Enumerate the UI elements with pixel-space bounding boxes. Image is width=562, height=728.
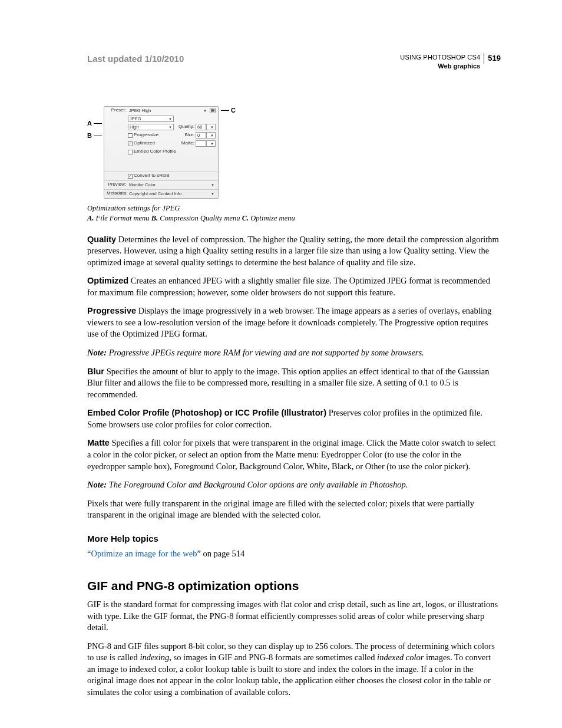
- callout-a: A: [87, 120, 92, 127]
- term-quality: Quality: [87, 235, 116, 244]
- note-matte: Note: The Foreground Color and Backgroun…: [87, 479, 501, 491]
- more-help-link-line: “Optimize an image for the web” on page …: [87, 548, 501, 560]
- compression-quality-dropdown[interactable]: High ▼: [128, 124, 174, 130]
- chevron-down-icon: ▼: [210, 133, 214, 138]
- term-optimized: Optimized: [87, 276, 128, 285]
- last-updated: Last updated 1/10/2010: [87, 53, 184, 65]
- header-right: USING PHOTOSHOP CS4 Web graphics 519: [400, 53, 501, 71]
- quality-label: Quality:: [178, 124, 194, 130]
- chevron-down-icon: ▼: [210, 125, 214, 130]
- more-help-heading: More Help topics: [87, 533, 501, 545]
- heading-gif-png8: GIF and PNG-8 optimization options: [87, 578, 501, 594]
- figure: A B Preset: JPEG High ▼ JPEG ▼: [87, 106, 501, 223]
- preview-dropdown[interactable]: Monitor Color▼: [128, 182, 216, 188]
- preset-dropdown[interactable]: JPEG High ▼: [128, 107, 208, 114]
- blur-field[interactable]: 0: [196, 132, 206, 139]
- preview-label: Preview:: [107, 182, 128, 188]
- chevron-down-icon: ▼: [203, 108, 207, 113]
- term-blur: Blur: [87, 367, 104, 376]
- chevron-down-icon: ▼: [211, 192, 214, 196]
- matte-dropdown[interactable]: ▼: [206, 140, 216, 147]
- convert-srgb-checkbox[interactable]: ✓Convert to sRGB: [128, 173, 169, 179]
- gif-p1: GIF is the standard format for compressi…: [87, 599, 501, 634]
- chevron-down-icon: ▼: [168, 125, 172, 130]
- chevron-down-icon: ▼: [210, 141, 214, 146]
- gif-p2: PNG-8 and GIF files support 8-bit color,…: [87, 641, 501, 699]
- chevron-down-icon: ▼: [168, 117, 172, 121]
- matte-label: Matte:: [181, 140, 194, 147]
- progressive-checkbox[interactable]: Progressive: [128, 132, 158, 139]
- embed-profile-checkbox[interactable]: Embed Color Profile: [128, 149, 176, 155]
- optimize-panel: Preset: JPEG High ▼ JPEG ▼ High ▼: [104, 106, 219, 199]
- optimized-checkbox[interactable]: ✓Optimized: [128, 140, 155, 147]
- file-format-dropdown[interactable]: JPEG ▼: [128, 116, 174, 122]
- chevron-down-icon: ▼: [211, 183, 214, 187]
- term-progressive: Progressive: [87, 306, 136, 315]
- figure-callouts-right: C: [221, 106, 236, 115]
- note-progressive: Note: Progressive JPEGs require more RAM…: [87, 347, 501, 359]
- blur-label: Blur:: [185, 132, 194, 139]
- blur-slider-dropdown[interactable]: ▼: [206, 132, 216, 139]
- body-content: Quality Determines the level of compress…: [87, 234, 501, 699]
- callout-c: C: [231, 106, 236, 115]
- section-title: Web graphics: [400, 62, 480, 71]
- figure-caption: Optimization settings for JPEG A. File F…: [87, 203, 501, 223]
- quality-slider-dropdown[interactable]: ▼: [206, 124, 216, 130]
- callout-b: B: [87, 132, 92, 139]
- preset-label: Preset:: [107, 107, 128, 114]
- figure-callouts-left: A B: [87, 106, 104, 124]
- page-number: 519: [484, 53, 501, 64]
- metadata-label: Metadata:: [107, 190, 128, 197]
- matte-extra: Pixels that were fully transparent in th…: [87, 498, 501, 521]
- optimize-menu-icon[interactable]: [210, 108, 216, 113]
- link-optimize-image[interactable]: Optimize an image for the web: [91, 549, 197, 558]
- quality-field[interactable]: 60: [196, 124, 206, 130]
- metadata-dropdown[interactable]: Copyright and Contact Info▼: [128, 190, 216, 197]
- term-embed: Embed Color Profile (Photoshop) or ICC P…: [87, 408, 326, 417]
- term-matte: Matte: [87, 438, 110, 447]
- page-header: Last updated 1/10/2010 USING PHOTOSHOP C…: [87, 53, 501, 71]
- book-title: USING PHOTOSHOP CS4: [400, 53, 480, 62]
- matte-swatch[interactable]: [196, 140, 206, 147]
